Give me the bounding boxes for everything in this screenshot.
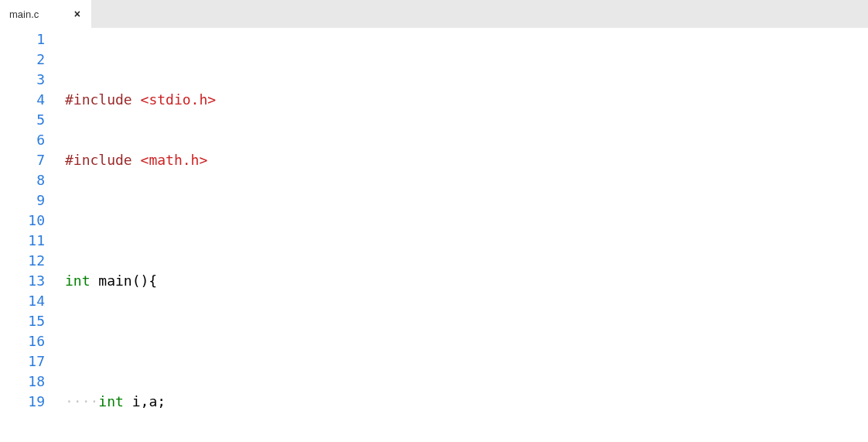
line-number: 16: [0, 331, 45, 351]
line-number: 6: [0, 130, 45, 150]
code-line: int main(){: [65, 271, 868, 291]
line-number: 7: [0, 150, 45, 170]
line-number: 18: [0, 372, 45, 392]
code-line: ····int i,a;: [65, 392, 868, 412]
line-number: 8: [0, 170, 45, 190]
line-number: 2: [0, 50, 45, 70]
line-number: 19: [0, 392, 45, 412]
tab-filename: main.c: [9, 9, 39, 20]
line-number: 4: [0, 90, 45, 110]
tab-bar: main.c ×: [0, 0, 868, 28]
code-line: #include <math.h>: [65, 150, 868, 170]
line-number: 11: [0, 231, 45, 251]
code-area[interactable]: #include <stdio.h> #include <math.h> int…: [53, 29, 868, 442]
line-number: 9: [0, 190, 45, 211]
line-number: 5: [0, 110, 45, 130]
line-number: 10: [0, 211, 45, 231]
line-number: 12: [0, 251, 45, 271]
close-icon[interactable]: ×: [71, 8, 84, 20]
line-number: 15: [0, 311, 45, 331]
line-number: 13: [0, 271, 45, 291]
editor[interactable]: 12345678910111213141516171819 #include <…: [0, 28, 868, 442]
line-number: 17: [0, 351, 45, 372]
tab-main-c[interactable]: main.c ×: [0, 0, 91, 28]
gutter: 12345678910111213141516171819: [0, 29, 53, 442]
code-line: #include <stdio.h>: [65, 90, 868, 110]
line-number: 1: [0, 29, 45, 50]
line-number: 3: [0, 70, 45, 90]
line-number: 14: [0, 291, 45, 311]
code-line: [65, 211, 868, 231]
code-line: [65, 331, 868, 351]
